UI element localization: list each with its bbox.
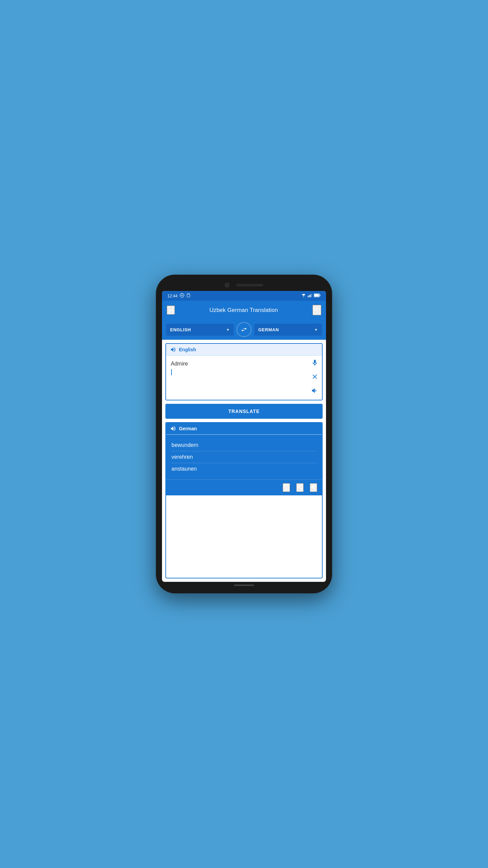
svg-rect-7 — [310, 294, 311, 297]
svg-rect-8 — [311, 294, 312, 297]
home-indicator — [234, 585, 254, 586]
target-chevron-icon: ▼ — [314, 328, 318, 332]
battery-icon — [314, 293, 321, 298]
output-body: bewundern verehren anstaunen — [166, 435, 322, 479]
output-section: German bewundern verehren anstaunen — [165, 422, 323, 578]
input-text-display[interactable]: Admire — [171, 360, 305, 376]
language-selector-row: ENGLISH ▼ GERMAN ▼ — [162, 319, 326, 340]
target-language-button[interactable]: GERMAN ▼ — [254, 324, 322, 336]
svg-rect-5 — [308, 296, 308, 297]
translate-button[interactable]: TRANSLATE — [165, 404, 323, 419]
source-chevron-icon: ▼ — [226, 328, 230, 332]
svg-point-1 — [181, 295, 183, 296]
text-cursor — [171, 369, 172, 375]
share-button[interactable] — [296, 483, 304, 492]
media-icon — [180, 293, 184, 299]
target-language-label: GERMAN — [258, 327, 279, 332]
svg-rect-6 — [309, 295, 310, 297]
storage-icon — [186, 293, 190, 299]
input-word: Admire — [171, 361, 188, 367]
output-language-label: German — [179, 426, 197, 431]
app-title: Uzbek German Translation — [179, 307, 308, 314]
microphone-button[interactable] — [311, 359, 319, 368]
svg-point-4 — [303, 297, 304, 297]
camera — [225, 283, 229, 288]
back-button[interactable]: ← — [167, 305, 175, 315]
input-body[interactable]: Admire — [166, 356, 322, 400]
output-speaker-icon[interactable] — [170, 426, 176, 432]
output-section-header: German — [166, 423, 322, 435]
app-bar: ← Uzbek German Translation — [162, 301, 326, 319]
wifi-icon — [301, 293, 306, 298]
input-section: English Admire — [165, 343, 323, 400]
phone-bottom — [234, 582, 254, 587]
source-language-label: ENGLISH — [170, 327, 191, 332]
output-footer — [166, 479, 322, 495]
history-button[interactable] — [312, 305, 321, 315]
status-right — [301, 293, 321, 298]
status-left: 12:44 — [167, 293, 190, 299]
clear-button[interactable] — [311, 373, 319, 382]
input-language-label: English — [179, 347, 196, 352]
content-area: English Admire — [162, 340, 326, 582]
svg-rect-10 — [320, 295, 320, 296]
time-display: 12:44 — [167, 294, 178, 298]
phone-top-notch — [162, 281, 326, 291]
output-speak-button[interactable] — [310, 483, 317, 492]
source-language-button[interactable]: ENGLISH ▼ — [166, 324, 234, 336]
swap-languages-button[interactable] — [237, 323, 251, 336]
input-section-header: English — [166, 344, 322, 356]
signal-icon — [308, 293, 312, 298]
phone-screen: 12:44 — [162, 291, 326, 582]
input-icon-group — [311, 359, 319, 396]
translation-item-2: verehren — [171, 451, 317, 463]
status-bar: 12:44 — [162, 291, 326, 301]
svg-rect-11 — [314, 294, 319, 297]
translation-item-1: bewundern — [171, 439, 317, 451]
translation-item-3: anstaunen — [171, 463, 317, 475]
earpiece — [236, 284, 263, 287]
input-speaker-icon[interactable] — [170, 347, 176, 353]
phone-frame: 12:44 — [156, 275, 332, 593]
copy-button[interactable] — [283, 483, 290, 492]
input-speak-button[interactable] — [311, 387, 319, 396]
